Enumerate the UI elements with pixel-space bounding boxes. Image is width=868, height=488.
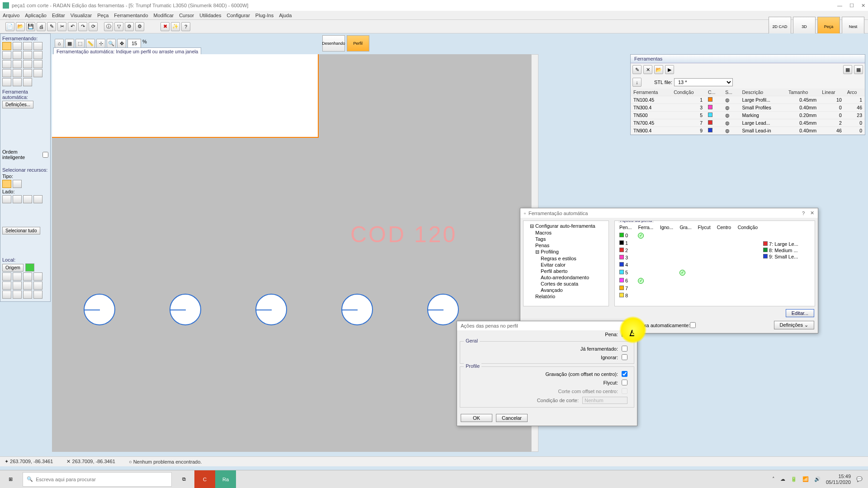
pen-row[interactable]: 5✓ xyxy=(618,269,762,276)
gravacao-checkbox[interactable] xyxy=(622,371,627,377)
menu-ajuda[interactable]: Ajuda xyxy=(279,13,292,18)
pen-col[interactable]: Gra... xyxy=(678,224,695,231)
subtab-perfil[interactable]: Perfil xyxy=(347,35,369,52)
tipo-2[interactable] xyxy=(13,180,22,188)
menu-modificar[interactable]: Modificar xyxy=(154,13,174,18)
editar-button[interactable]: Editar... xyxy=(786,309,814,317)
loc-11[interactable] xyxy=(23,291,32,299)
pen-actions-table[interactable]: Pen...Ferra...Igno...Gra...FlycutCentroC… xyxy=(617,223,763,300)
layer-icon[interactable]: ⬚ xyxy=(75,39,85,48)
edit-icon[interactable]: ✎ xyxy=(47,22,56,31)
pan-icon[interactable]: ✥ xyxy=(117,39,126,48)
tree-avancado[interactable]: Avançado xyxy=(525,287,607,293)
tool-icon[interactable]: ⚙ xyxy=(125,22,134,31)
lado-3[interactable] xyxy=(23,195,32,203)
ok-button[interactable]: OK xyxy=(461,414,492,422)
grid-icon[interactable]: ▦ xyxy=(65,39,74,48)
tool-open-icon[interactable]: 📂 xyxy=(654,65,663,74)
origem-button[interactable]: Origem xyxy=(2,264,24,272)
col-header[interactable]: Descrição xyxy=(740,89,786,96)
tray-cloud-icon[interactable]: ☁ xyxy=(780,476,785,482)
cancel-button[interactable]: Cancelar xyxy=(496,414,528,422)
close-icon[interactable]: ✕ xyxy=(810,210,814,216)
pen-col[interactable]: Flycut xyxy=(696,224,714,231)
taskbar-app-radan[interactable]: Ra xyxy=(215,470,236,488)
tool-mode-8[interactable] xyxy=(33,51,42,59)
tool-mode-7[interactable] xyxy=(23,51,32,59)
start-button[interactable]: ⊞ xyxy=(0,470,21,488)
tool-row[interactable]: TN900.49◍Small Lead-in0.40mm460 xyxy=(631,127,865,135)
cancel-icon[interactable]: ✖ xyxy=(160,22,170,31)
pen-col[interactable]: Condição xyxy=(736,224,762,231)
measure-icon[interactable]: 📏 xyxy=(86,39,95,48)
home-icon[interactable]: ⌂ xyxy=(55,39,64,48)
arrow-down-icon[interactable]: ↓ xyxy=(632,78,642,87)
pen-row[interactable]: 2 xyxy=(618,247,762,253)
tree-evitar[interactable]: Evitar calor xyxy=(525,262,607,268)
menu-plug-ins[interactable]: Plug-Ins xyxy=(255,13,274,18)
col-header[interactable]: Ferramenta xyxy=(631,89,671,96)
tool-mode-3[interactable] xyxy=(23,42,32,50)
tool-mode-9[interactable] xyxy=(2,60,11,68)
loc-7[interactable] xyxy=(23,282,32,290)
pen-dialog-help-icon[interactable]: ? xyxy=(631,323,633,328)
tool-mode-13[interactable] xyxy=(2,69,11,77)
col-header[interactable]: Condição xyxy=(671,89,705,96)
tree-cortes[interactable]: Cortes de sucata xyxy=(525,281,607,287)
smart-order-checkbox[interactable] xyxy=(42,152,48,158)
wizard-icon[interactable]: ✨ xyxy=(171,22,180,31)
tool-mode-16[interactable] xyxy=(33,69,42,77)
menu-aplicação[interactable]: Aplicação xyxy=(25,13,47,18)
tray-volume-icon[interactable]: 🔊 xyxy=(814,476,821,482)
tool-mode-14[interactable] xyxy=(13,69,22,77)
tool-mode-4[interactable] xyxy=(33,42,42,50)
ja-ferr-checkbox[interactable] xyxy=(622,346,627,352)
tool-mode-5[interactable] xyxy=(2,51,11,59)
save-icon[interactable]: 💾 xyxy=(26,22,35,31)
print-icon[interactable]: 🖨 xyxy=(37,22,46,31)
loc-3[interactable] xyxy=(23,272,32,281)
task-view-button[interactable]: ⧉ xyxy=(174,470,194,488)
lado-2[interactable] xyxy=(13,195,22,203)
help-icon[interactable]: ? xyxy=(181,22,190,31)
tool-delete-icon[interactable]: ✕ xyxy=(643,65,652,74)
auto-show-checkbox[interactable] xyxy=(690,322,696,328)
col-header[interactable]: C... xyxy=(705,89,722,96)
tool-mode-18[interactable] xyxy=(13,78,22,86)
redo-icon[interactable]: ↷ xyxy=(78,22,87,31)
minimize-button[interactable]: — xyxy=(837,3,842,9)
loc-8[interactable] xyxy=(33,282,42,290)
tree-macros[interactable]: Macros xyxy=(525,230,607,236)
tool-row[interactable]: TN5005◍Marking0.20mm023 xyxy=(631,112,865,119)
loc-2[interactable] xyxy=(13,272,22,281)
tool2-icon[interactable]: ⚙ xyxy=(135,22,144,31)
col-header[interactable]: Linear xyxy=(819,89,844,96)
menu-visualizar[interactable]: Visualizar xyxy=(71,13,92,18)
menu-editar[interactable]: Editar xyxy=(52,13,65,18)
lado-4[interactable] xyxy=(33,195,42,203)
tray-battery-icon[interactable]: 🔋 xyxy=(791,476,797,482)
tool-row[interactable]: TN700.457◍Large Lead...0.45mm20 xyxy=(631,119,865,127)
tool-mode-15[interactable] xyxy=(23,69,32,77)
tools-table[interactable]: FerramentaCondiçãoC...S...DescriçãoTaman… xyxy=(631,89,865,135)
menu-configurar[interactable]: Configurar xyxy=(227,13,250,18)
loc-12[interactable] xyxy=(33,291,42,299)
select-all-button[interactable]: Selecionar tudo xyxy=(2,227,40,235)
col-header[interactable]: Tamanho xyxy=(786,89,819,96)
taskbar-app-c[interactable]: C xyxy=(194,470,215,488)
snap-icon[interactable]: ⊹ xyxy=(96,39,105,48)
help-icon[interactable]: ? xyxy=(802,211,805,216)
pen-col[interactable]: Centro xyxy=(715,224,735,231)
cut-icon[interactable]: ✂ xyxy=(57,22,66,31)
new-icon[interactable]: 📄 xyxy=(5,22,14,31)
pen-row[interactable]: 6✓ xyxy=(618,277,762,284)
tool-mode-11[interactable] xyxy=(23,60,32,68)
flycut-checkbox[interactable] xyxy=(622,380,627,385)
tray-clock[interactable]: 15:49 05/11/2020 xyxy=(826,474,851,484)
filter-icon[interactable]: ▽ xyxy=(114,22,123,31)
tree-relatorio[interactable]: Relatório xyxy=(525,293,607,300)
loc-6[interactable] xyxy=(13,282,22,290)
tool-edit-icon[interactable]: ✎ xyxy=(632,65,642,74)
tree-profiling[interactable]: ⊟ Profiling xyxy=(525,249,607,255)
pen-col[interactable]: Igno... xyxy=(658,224,677,231)
